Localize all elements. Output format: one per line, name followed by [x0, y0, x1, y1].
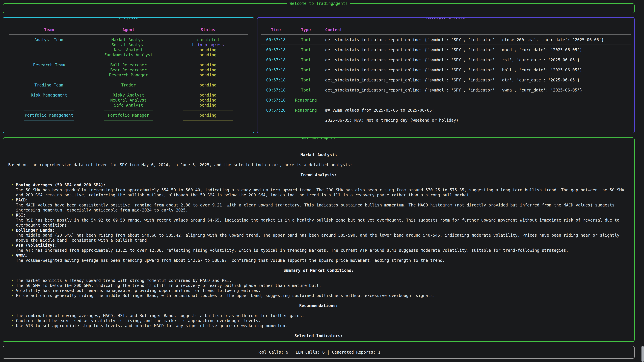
progress-column-header-team: Team — [9, 27, 89, 32]
message-time: 00:57:18 — [261, 98, 291, 103]
report-bullet-list: Moving Averages (50 SMA and 200 SMA):The… — [8, 183, 629, 263]
agent-cell: Research Manager — [89, 72, 168, 78]
status-cell: pending — [168, 93, 248, 98]
report-bullet-item: Use ATR to set appropriate stop-loss lev… — [8, 323, 629, 328]
team-cell — [9, 103, 89, 108]
status-cell: completed — [168, 37, 248, 42]
report-section-heading: Summary of Market Conditions: — [8, 268, 629, 273]
status-pending: pending — [200, 98, 216, 103]
report-main-heading: Market Analysis — [8, 152, 629, 157]
report-bullet-item: Price action is generally riding the mid… — [8, 293, 629, 298]
group-separator — [168, 118, 248, 123]
message-type: Tool — [291, 47, 321, 52]
report-bullet-item: The combination of moving averages, MACD… — [8, 313, 629, 318]
report-section-heading: Selected Indicators: — [8, 333, 629, 338]
scrollbar-thumb[interactable] — [642, 346, 644, 362]
team-cell — [9, 98, 89, 103]
status-cell: pending — [168, 72, 248, 78]
status-cell: pending — [168, 52, 248, 57]
status-cell: pending — [168, 98, 248, 103]
message-content: get_stockstats_indicators_report_online:… — [321, 67, 631, 72]
welcome-panel: Welcome to TradingAgents — [3, 3, 634, 13]
group-separator — [9, 118, 89, 123]
message-type: Reasoning — [291, 108, 321, 123]
progress-table: Team Agent Status Analyst TeamMarket Ana… — [3, 17, 254, 123]
group-separator — [9, 57, 89, 62]
message-content: get_stockstats_indicators_report_online:… — [321, 37, 631, 42]
status-pending: pending — [200, 48, 216, 52]
bullet-body: The middle band (20 SMA) has been rising… — [16, 233, 629, 243]
status-pending: pending — [200, 53, 216, 57]
report-bullet-item: Volatility has increased but remains man… — [8, 288, 629, 293]
terminal-page: Welcome to TradingAgents Progress Team A… — [0, 0, 644, 362]
messages-column-header-time: Time — [261, 27, 291, 32]
status-pending: pending — [200, 93, 216, 97]
agent-cell: Risky Analyst — [89, 93, 168, 98]
team-cell: Trading Team — [9, 83, 89, 88]
status-pending: pending — [200, 103, 216, 108]
messages-row-rule — [261, 72, 631, 78]
bullet-body: The ATR has increased from approximately… — [16, 248, 629, 253]
bullet-label: ATR (Volatility): — [16, 243, 629, 248]
message-type: Tool — [291, 78, 321, 83]
message-type: Tool — [291, 67, 321, 72]
report-bullet-list: The market exhibits a steady upward tren… — [8, 278, 629, 298]
report-bullet-item: RSI:The RSI has been mostly in the 54.92… — [8, 213, 629, 228]
message-content: get_stockstats_indicators_report_online:… — [321, 78, 631, 83]
footer-stats-text: Tool Calls: 9 | LLM Calls: 6 | Generated… — [257, 350, 380, 355]
report-bullet-item: The market exhibits a steady upward tren… — [8, 278, 629, 283]
report-bullet-item: MACD:The MACD values have been consisten… — [8, 198, 629, 213]
agent-cell: Safe Analyst — [89, 103, 168, 108]
bullet-body: The RSI has been mostly in the 54.92 to … — [16, 218, 629, 228]
message-time: 00:57:20 — [261, 108, 291, 123]
group-separator — [168, 88, 248, 93]
group-separator — [89, 108, 168, 113]
message-content: get_stockstats_indicators_report_online:… — [321, 88, 631, 93]
messages-row-rule — [261, 52, 631, 57]
progress-header-rule — [9, 32, 248, 37]
team-cell — [9, 52, 89, 57]
messages-row-rule — [261, 62, 631, 67]
message-type: Tool — [291, 57, 321, 62]
messages-panel: Messages & Tools Time Type Content 00:57… — [257, 17, 634, 133]
message-time: 00:57:18 — [261, 57, 291, 62]
messages-header-rule — [261, 32, 631, 37]
group-separator — [89, 88, 168, 93]
group-separator — [89, 118, 168, 123]
team-cell: Analyst Team — [9, 37, 89, 42]
status-cell: pending — [168, 67, 248, 72]
report-bullet-item: ATR (Volatility):The ATR has increased f… — [8, 243, 629, 253]
group-separator — [9, 88, 89, 93]
group-separator — [9, 108, 89, 113]
messages-row-rule — [261, 42, 631, 47]
report-bullet-list: The combination of moving averages, MACD… — [8, 313, 629, 328]
agent-cell: Bear Researcher — [89, 67, 168, 72]
bullet-label: VWMA: — [16, 253, 629, 258]
messages-panel-title: Messages & Tools — [424, 17, 468, 20]
group-separator — [168, 108, 248, 113]
progress-panel-title: Progress — [116, 17, 140, 20]
agent-cell: Neutral Analyst — [89, 98, 168, 103]
status-pending: pending — [200, 73, 216, 77]
spinner-icon: ⠇ — [192, 42, 198, 47]
bullet-label: RSI: — [16, 213, 629, 218]
agent-cell: Portfolio Manager — [89, 113, 168, 118]
message-content: get_stockstats_indicators_report_online:… — [321, 57, 631, 62]
team-cell — [9, 47, 89, 52]
bullet-body: The MACD values have been consistently p… — [16, 203, 629, 213]
status-cell: pending — [168, 103, 248, 108]
message-type: Tool — [291, 88, 321, 93]
message-content: get_stockstats_indicators_report_online:… — [321, 47, 631, 52]
messages-row-rule — [261, 103, 631, 108]
status-pending: pending — [200, 83, 216, 87]
team-cell: Risk Management — [9, 93, 89, 98]
report-intro: Based on the comprehensive data retrieve… — [8, 162, 629, 167]
messages-row-rule — [261, 83, 631, 88]
report-bullet-item: The 50 SMA is below the 200 SMA, indicat… — [8, 283, 629, 288]
agent-cell: Fundamentals Analyst — [89, 52, 168, 57]
report-panel-title: Current Report — [299, 137, 338, 140]
status-in-progress: in_progress — [198, 42, 224, 47]
group-separator — [168, 57, 248, 62]
current-report-panel: Current Report Market Analysis Based on … — [3, 137, 634, 342]
group-separator — [89, 78, 168, 83]
